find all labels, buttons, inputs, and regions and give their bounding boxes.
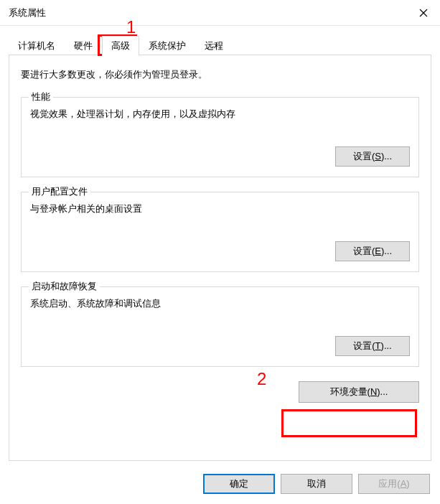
group-user-profiles: 用户配置文件 与登录帐户相关的桌面设置 设置(E)... xyxy=(21,192,419,272)
group-startup-recovery-legend: 启动和故障恢复 xyxy=(29,280,100,293)
tab-hardware[interactable]: 硬件 xyxy=(65,36,102,55)
group-startup-recovery: 启动和故障恢复 系统启动、系统故障和调试信息 设置(T)... xyxy=(21,286,419,367)
group-performance-desc: 视觉效果，处理器计划，内存使用，以及虚拟内存 xyxy=(30,108,410,121)
group-performance-legend: 性能 xyxy=(29,90,53,103)
close-button[interactable] xyxy=(407,0,440,26)
environment-variables-button[interactable]: 环境变量(N)... xyxy=(299,381,419,403)
tab-computer-name[interactable]: 计算机名 xyxy=(9,36,65,55)
tab-strip: 计算机名 硬件 高级 系统保护 远程 xyxy=(9,36,431,55)
tab-panel-advanced: 要进行大多数更改，你必须作为管理员登录。 性能 视觉效果，处理器计划，内存使用，… xyxy=(9,55,431,461)
startup-recovery-settings-button[interactable]: 设置(T)... xyxy=(335,336,410,356)
tab-advanced[interactable]: 高级 xyxy=(102,36,139,56)
group-user-profiles-desc: 与登录帐户相关的桌面设置 xyxy=(30,202,410,215)
group-performance: 性能 视觉效果，处理器计划，内存使用，以及虚拟内存 设置(S)... xyxy=(21,97,419,177)
close-icon xyxy=(419,9,428,17)
group-startup-recovery-desc: 系统启动、系统故障和调试信息 xyxy=(30,297,410,310)
tab-system-protection[interactable]: 系统保护 xyxy=(139,36,195,55)
cancel-button[interactable]: 取消 xyxy=(281,474,352,494)
group-user-profiles-legend: 用户配置文件 xyxy=(29,185,90,198)
performance-settings-button[interactable]: 设置(S)... xyxy=(335,146,410,167)
ok-button[interactable]: 确定 xyxy=(203,474,275,494)
admin-intro-text: 要进行大多数更改，你必须作为管理员登录。 xyxy=(21,68,419,81)
dialog-button-row: 确定 取消 应用(A) xyxy=(203,474,430,494)
user-profiles-settings-button[interactable]: 设置(E)... xyxy=(335,241,410,261)
window-title: 系统属性 xyxy=(9,6,46,19)
titlebar: 系统属性 xyxy=(0,0,440,26)
apply-button: 应用(A) xyxy=(358,474,430,494)
tab-remote[interactable]: 远程 xyxy=(195,36,233,55)
